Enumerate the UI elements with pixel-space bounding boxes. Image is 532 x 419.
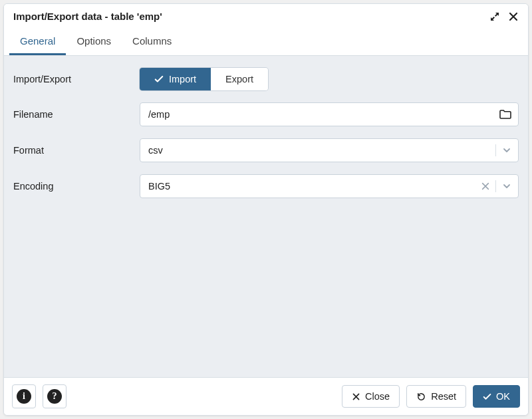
toggle-export-label: Export [225, 74, 253, 84]
toggle-import[interactable]: Import [140, 68, 211, 90]
footer-right: Close Reset OK [342, 385, 520, 408]
tab-general[interactable]: General [9, 29, 66, 55]
format-select[interactable] [140, 138, 519, 162]
folder-icon[interactable] [499, 108, 512, 120]
label-filename: Filename [13, 109, 140, 120]
separator [495, 144, 496, 156]
chevron-down-icon[interactable] [501, 181, 512, 192]
check-icon [154, 74, 164, 84]
filename-input[interactable] [140, 102, 519, 126]
separator [495, 180, 496, 192]
footer: i ? Close Reset OK [4, 377, 528, 415]
import-export-toggle: Import Export [140, 68, 268, 90]
row-format: Format [13, 138, 519, 162]
toggle-import-label: Import [169, 74, 196, 84]
help-icon: ? [47, 389, 62, 404]
info-icon: i [17, 389, 31, 404]
reset-label: Reset [431, 391, 456, 402]
chevron-down-icon[interactable] [501, 145, 512, 156]
tabs: General Options Columns [4, 29, 528, 56]
x-icon [352, 392, 360, 401]
label-import-export: Import/Export [13, 74, 140, 84]
label-encoding: Encoding [13, 181, 140, 192]
row-import-export: Import/Export Import Export [13, 68, 519, 90]
close-label: Close [365, 391, 390, 402]
reset-icon [416, 392, 426, 402]
ok-button[interactable]: OK [473, 385, 520, 408]
tab-columns[interactable]: Columns [122, 29, 182, 55]
row-filename: Filename [13, 102, 519, 126]
tab-options[interactable]: Options [66, 29, 122, 55]
reset-button[interactable]: Reset [406, 385, 466, 408]
dialog-title: Import/Export data - table 'emp' [13, 11, 162, 22]
label-format: Format [13, 145, 140, 156]
expand-icon[interactable] [489, 11, 500, 22]
general-panel: Import/Export Import Export Filename [4, 56, 528, 377]
titlebar: Import/Export data - table 'emp' [4, 4, 528, 29]
row-encoding: Encoding [13, 174, 519, 198]
import-export-dialog: Import/Export data - table 'emp' General… [3, 3, 529, 416]
help-button[interactable]: ? [43, 384, 66, 408]
info-button[interactable]: i [12, 384, 36, 408]
window-controls [489, 11, 519, 22]
footer-left: i ? [12, 384, 66, 408]
close-icon[interactable] [508, 11, 519, 22]
close-button[interactable]: Close [342, 385, 400, 408]
ok-label: OK [496, 391, 510, 402]
clear-icon[interactable] [481, 182, 490, 191]
encoding-select[interactable] [140, 174, 519, 198]
toggle-export[interactable]: Export [211, 68, 268, 90]
check-icon [483, 392, 491, 401]
